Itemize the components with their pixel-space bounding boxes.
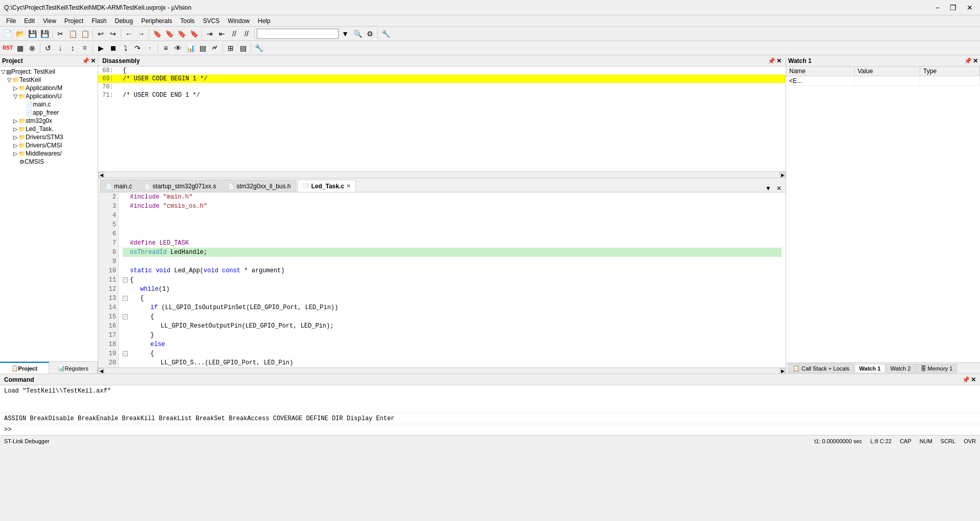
debug-btn6[interactable]: ⌗: [79, 42, 91, 54]
bookmark3-button[interactable]: 🔖: [176, 28, 187, 39]
fold-15-button[interactable]: −: [123, 314, 128, 319]
menu-peripherals[interactable]: Peripherals: [137, 16, 176, 26]
editor-tab-ledtask[interactable]: 📄 Led_Task.c ✕: [297, 180, 355, 192]
tree-item-appm[interactable]: ▷ 📁 Application/M: [1, 84, 97, 92]
copy-button[interactable]: 📋: [67, 28, 78, 39]
watch-btab-watch2[interactable]: Watch 2: [886, 364, 916, 373]
tree-item-project[interactable]: ▽ ▤ Project: TestKeil: [1, 68, 97, 76]
fold-13-button[interactable]: −: [123, 296, 128, 301]
editor-area-close-button[interactable]: ✕: [774, 185, 784, 192]
paste-button[interactable]: 📋: [79, 28, 91, 39]
save-all-button[interactable]: 💾: [39, 28, 50, 39]
watch-type-1[interactable]: [920, 76, 980, 86]
bookmark4-button[interactable]: 🔖: [188, 28, 199, 39]
comment-button[interactable]: //: [229, 28, 240, 39]
watch-pin-button[interactable]: 📌: [964, 57, 972, 64]
editor-tab-startup[interactable]: 📄 startup_stm32g071xx.s: [139, 180, 221, 192]
fold-11-button[interactable]: −: [123, 277, 128, 283]
editor-content[interactable]: 2 3 4 5 6 7 8 9 10 11 12 13 14 15 16 17: [98, 192, 786, 367]
hscroll-left[interactable]: ◀: [98, 368, 104, 374]
indent-button[interactable]: ⇥: [204, 28, 215, 39]
editor-hscroll[interactable]: ◀ ▶: [98, 367, 786, 374]
project-pin-button[interactable]: 📌: [82, 57, 90, 64]
debug-step[interactable]: ⤵: [120, 42, 131, 54]
tree-item-appfree[interactable]: 📄 app_freer: [1, 108, 97, 117]
debug-stop[interactable]: ⏹: [107, 42, 119, 54]
tree-item-middlewares[interactable]: ▷ 📁 Middlewares/: [1, 149, 97, 158]
command-input[interactable]: [11, 426, 976, 433]
watch-value-1[interactable]: [854, 76, 920, 86]
debug-cfg2[interactable]: ▤: [237, 42, 249, 54]
watch-close-button[interactable]: ✕: [973, 57, 978, 64]
bookmark2-button[interactable]: 🔖: [164, 28, 175, 39]
menu-project[interactable]: Project: [60, 16, 87, 26]
menu-view[interactable]: View: [39, 16, 60, 26]
run-button[interactable]: ⚙: [364, 28, 375, 39]
menu-help[interactable]: Help: [254, 16, 275, 26]
dis-nav-right[interactable]: ▶: [779, 172, 786, 178]
debug-step-out[interactable]: ↑: [144, 42, 155, 54]
debug-dbtn1[interactable]: ▤: [197, 42, 208, 54]
project-tab-project[interactable]: 📋 Project: [0, 362, 49, 374]
function-dropdown[interactable]: ModbusAddrOffset: [257, 29, 339, 39]
disassembly-close-button[interactable]: ✕: [776, 57, 782, 64]
nav-back-button[interactable]: ←: [123, 28, 135, 39]
hscroll-thumb[interactable]: [104, 368, 779, 374]
tree-item-mainc[interactable]: 📄 main.c: [1, 100, 97, 108]
command-close-button[interactable]: ✕: [971, 376, 976, 383]
tree-item-cmsis[interactable]: ⚙ CMSIS: [1, 158, 97, 166]
menu-window[interactable]: Window: [224, 16, 254, 26]
hscroll-right[interactable]: ▶: [779, 368, 786, 374]
menu-svcs[interactable]: SVCS: [199, 16, 224, 26]
debug-btn1[interactable]: ▦: [14, 42, 26, 54]
editor-tab-mainc[interactable]: 📄 main.c: [100, 180, 138, 192]
debug-watch[interactable]: 👁: [172, 42, 184, 54]
search-button[interactable]: 🔍: [352, 28, 363, 39]
debug-step-over[interactable]: ↷: [132, 42, 143, 54]
nav-forward-button[interactable]: →: [136, 28, 147, 39]
ledtask-tab-close[interactable]: ✕: [346, 183, 350, 189]
menu-tools[interactable]: Tools: [176, 16, 199, 26]
debug-regs[interactable]: 📊: [185, 42, 196, 54]
open-file-button[interactable]: 📂: [14, 28, 26, 39]
debug-run[interactable]: ▶: [95, 42, 106, 54]
menu-debug[interactable]: Debug: [111, 16, 137, 26]
menu-flash[interactable]: Flash: [87, 16, 110, 26]
uncomment-button[interactable]: //: [241, 28, 252, 39]
dis-nav-left[interactable]: ◀: [98, 172, 104, 178]
editor-tab-bus[interactable]: 📄 stm32g0xx_ll_bus.h: [222, 180, 296, 192]
menu-edit[interactable]: Edit: [20, 16, 39, 26]
watch-btab-memory1[interactable]: 🗄 Memory 1: [916, 364, 957, 373]
debug-btn3[interactable]: ↺: [42, 42, 54, 54]
tree-item-drvcmsi[interactable]: ▷ 📁 Drivers/CMSI: [1, 141, 97, 149]
project-tab-registers[interactable]: 📊 Registers: [49, 362, 98, 374]
tree-item-ledtask[interactable]: ▷ 📁 Led_Task.: [1, 125, 97, 133]
menu-file[interactable]: File: [2, 16, 20, 26]
maximize-button[interactable]: ❐: [947, 4, 960, 12]
unindent-button[interactable]: ⇤: [216, 28, 228, 39]
tree-item-stm32[interactable]: ▷ 📁 stm32g0x: [1, 117, 97, 125]
debug-btn4[interactable]: ↓: [55, 42, 66, 54]
new-file-button[interactable]: 📄: [2, 28, 13, 39]
project-close-button[interactable]: ✕: [91, 57, 96, 64]
watch-btab-watch1[interactable]: Watch 1: [855, 364, 885, 373]
fold-19-button[interactable]: −: [123, 351, 128, 356]
cut-button[interactable]: ✂: [55, 28, 66, 39]
tree-item-testkeil[interactable]: ▽ 📁 TestKeil: [1, 76, 97, 84]
debug-dbtn2[interactable]: 🗲: [209, 42, 220, 54]
tree-item-appu[interactable]: ▽ 📁 Application/U: [1, 92, 97, 100]
debug-btn5[interactable]: ↕: [67, 42, 78, 54]
tabs-overflow-button[interactable]: ▼: [763, 185, 773, 192]
watch-btab-callstack[interactable]: 📋 Call Stack + Locals: [788, 363, 854, 373]
tree-item-drvstm[interactable]: ▷ 📁 Drivers/STM3: [1, 133, 97, 141]
minimize-button[interactable]: −: [932, 4, 943, 12]
debug-mem[interactable]: ≡: [160, 42, 171, 54]
command-pin-button[interactable]: 📌: [962, 376, 970, 383]
reset-button[interactable]: RST: [2, 42, 13, 54]
debug-cfg1[interactable]: ⊞: [225, 42, 236, 54]
save-button[interactable]: 💾: [27, 28, 38, 39]
watch-row-1[interactable]: <E...: [786, 76, 980, 86]
redo-button[interactable]: ↪: [107, 28, 119, 39]
debug-btn2[interactable]: ⊗: [27, 42, 38, 54]
dropdown-arrow[interactable]: ▼: [340, 28, 351, 39]
